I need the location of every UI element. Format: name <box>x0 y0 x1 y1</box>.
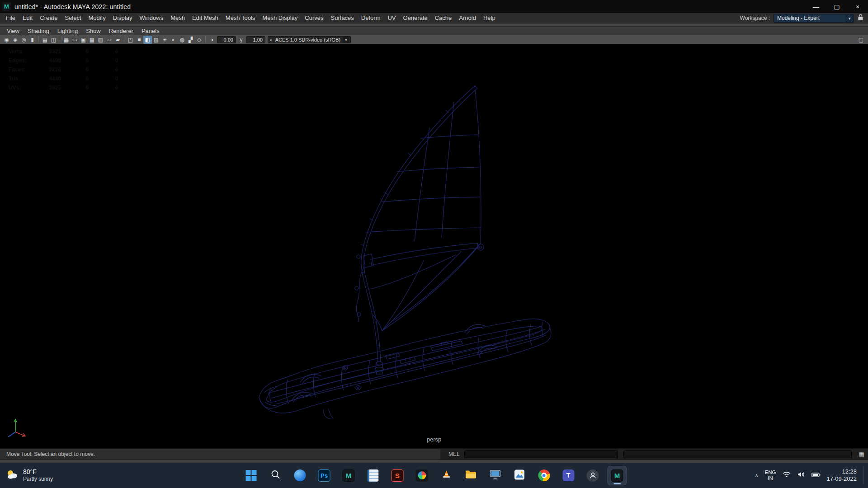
menu-modify[interactable]: Modify <box>85 13 109 23</box>
smooth-shade-icon[interactable]: ■ <box>135 36 143 44</box>
lock-camera-icon[interactable]: ◈ <box>11 36 19 44</box>
menu-mesh-display[interactable]: Mesh Display <box>259 13 301 23</box>
contacts-button[interactable] <box>584 466 602 485</box>
gamma-icon[interactable]: γ <box>237 36 245 44</box>
menu-surfaces[interactable]: Surfaces <box>327 13 358 23</box>
help-line: Move Tool: Select an object to move. MEL… <box>0 448 868 460</box>
menu-curves[interactable]: Curves <box>301 13 327 23</box>
bookmark-icon[interactable]: ▮ <box>28 36 37 44</box>
mel-command-input[interactable] <box>464 450 618 458</box>
menu-arnold[interactable]: Arnold <box>455 13 480 23</box>
2d-pan-zoom-icon[interactable]: ◫ <box>49 36 58 44</box>
workspace-dropdown[interactable]: Modeling - Expert ▾ <box>774 14 854 23</box>
person-icon <box>587 469 599 482</box>
isolate-select-icon[interactable]: ◇ <box>195 36 203 44</box>
use-all-lights-icon[interactable]: ☀ <box>160 36 169 44</box>
hidden-icons-chevron[interactable]: ∧ <box>755 473 759 479</box>
menu-deform[interactable]: Deform <box>358 13 384 23</box>
shadows-icon[interactable]: ◐ <box>169 36 178 44</box>
field-chart-icon[interactable]: ▥ <box>96 36 105 44</box>
camera-attributes-icon[interactable]: ◎ <box>19 36 28 44</box>
menu-generate[interactable]: Generate <box>400 13 431 23</box>
safe-title-icon[interactable]: ▰ <box>113 36 122 44</box>
panel-layout-icon[interactable]: ▦ <box>859 451 864 458</box>
maya-running-button[interactable]: M <box>608 466 627 485</box>
panel-menu-show[interactable]: Show <box>82 27 105 35</box>
panel-menu-panels[interactable]: Panels <box>137 27 164 35</box>
notepad-icon <box>368 469 379 482</box>
notepad-button[interactable] <box>364 466 382 485</box>
panel-menu-lighting[interactable]: Lighting <box>53 27 82 35</box>
file-explorer-button[interactable] <box>462 466 480 485</box>
panel-menu-renderer[interactable]: Renderer <box>105 27 137 35</box>
maya-pinned-button[interactable]: M <box>340 466 358 485</box>
menu-uv[interactable]: UV <box>384 13 399 23</box>
menu-windows[interactable]: Windows <box>136 13 167 23</box>
anti-aliasing-icon[interactable]: ▞ <box>186 36 195 44</box>
image-plane-icon[interactable]: ▤ <box>41 36 49 44</box>
mel-label[interactable]: MEL <box>448 451 460 457</box>
viewport-canvas[interactable] <box>0 44 868 448</box>
view-transform-value: ACES 1.0 SDR-video (sRGB) <box>275 37 340 42</box>
teams-icon: T <box>562 469 574 481</box>
resolution-gate-icon[interactable]: ▣ <box>79 36 88 44</box>
textured-icon[interactable]: ▨ <box>152 36 160 44</box>
menu-edit[interactable]: Edit <box>19 13 36 23</box>
ambient-occlusion-icon[interactable]: ◍ <box>178 36 186 44</box>
maximize-button[interactable]: ▢ <box>826 0 847 13</box>
menu-cache[interactable]: Cache <box>431 13 456 23</box>
wireframe-on-shaded-icon[interactable]: ◧ <box>143 36 152 44</box>
monitor-app-button[interactable] <box>486 466 505 485</box>
hud-value: 0 <box>61 66 89 73</box>
photos-button[interactable] <box>510 466 529 485</box>
menu-create[interactable]: Create <box>36 13 61 23</box>
creative-app-button[interactable] <box>413 466 431 485</box>
wifi-icon[interactable] <box>783 471 791 479</box>
panel-menu-view[interactable]: View <box>3 27 24 35</box>
start-button[interactable] <box>242 466 260 485</box>
lock-icon[interactable] <box>858 14 863 23</box>
mel-output-field[interactable] <box>623 450 852 458</box>
weather-widget[interactable]: 80°F Partly sunny <box>5 463 53 488</box>
chat-app-button[interactable] <box>291 466 309 485</box>
exposure-icon[interactable]: ◑ <box>208 36 216 44</box>
close-button[interactable]: × <box>847 0 868 13</box>
weather-condition: Partly sunny <box>23 475 53 483</box>
photoshop-button[interactable]: Ps <box>315 466 334 485</box>
hud-label: Faces: <box>9 66 40 73</box>
wireframe-icon[interactable]: ◳ <box>126 36 135 44</box>
panel-layout-icon[interactable]: ◱ <box>857 36 865 44</box>
menu-help[interactable]: Help <box>480 13 499 23</box>
grid-icon[interactable]: ▦ <box>62 36 71 44</box>
search-button[interactable] <box>266 466 285 485</box>
gate-mask-icon[interactable]: ▩ <box>88 36 96 44</box>
windows-logo-icon <box>245 470 256 481</box>
panel-menu-shading[interactable]: Shading <box>24 27 53 35</box>
hud-value: 0 <box>89 75 118 82</box>
exposure-field[interactable]: 0.00 <box>217 36 236 43</box>
menu-display[interactable]: Display <box>109 13 136 23</box>
language-indicator[interactable]: ENG IN <box>765 469 776 481</box>
view-transform-dropdown[interactable]: ◐ ACES 1.0 SDR-video (sRGB) ▾ <box>268 36 351 43</box>
perspective-viewport[interactable]: Verts: 2321 0 0 Edges: 4498 0 0 Faces: 2… <box>0 44 868 448</box>
volume-icon[interactable] <box>797 471 805 479</box>
menu-mesh-tools[interactable]: Mesh Tools <box>222 13 259 23</box>
clock-widget[interactable]: 12:28 17-09-2022 <box>827 468 857 483</box>
help-message: Move Tool: Select an object to move. <box>0 449 440 460</box>
menu-select[interactable]: Select <box>61 13 85 23</box>
safe-action-icon[interactable]: ▱ <box>105 36 113 44</box>
minimize-button[interactable]: — <box>806 0 826 13</box>
substance-button[interactable]: S <box>388 466 407 485</box>
chrome-button[interactable] <box>535 466 553 485</box>
menu-file[interactable]: File <box>2 13 19 23</box>
gamma-field[interactable]: 1.00 <box>246 36 265 43</box>
vlc-button[interactable] <box>437 466 456 485</box>
menu-mesh[interactable]: Mesh <box>167 13 189 23</box>
teams-button[interactable]: T <box>559 466 578 485</box>
show-desktop-edge[interactable] <box>863 467 865 484</box>
film-gate-icon[interactable]: ▭ <box>71 36 79 44</box>
select-camera-icon[interactable]: ◉ <box>2 36 11 44</box>
menu-edit-mesh[interactable]: Edit Mesh <box>189 13 222 23</box>
monitor-icon <box>489 469 501 482</box>
battery-icon[interactable] <box>811 471 821 479</box>
